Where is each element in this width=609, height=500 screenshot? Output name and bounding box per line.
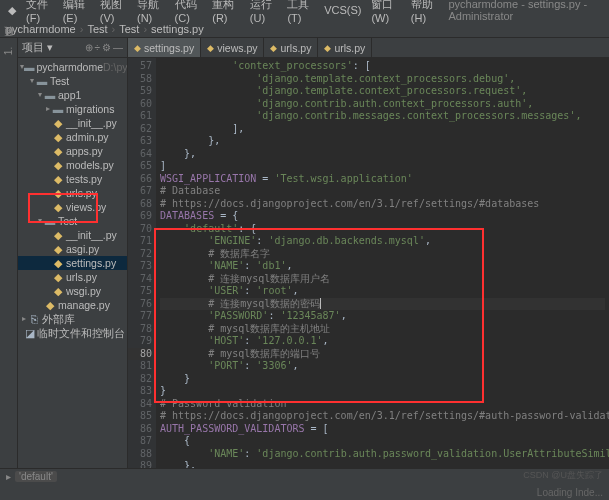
tree-item[interactable]: ◆manage.py [18,298,127,312]
project-panel-title[interactable]: 项目 ▾ [22,40,53,55]
tree-item[interactable]: ◆asgi.py [18,242,127,256]
tree-item[interactable]: ▾▬Test [18,74,127,88]
menu-item[interactable]: 文件(F) [22,0,57,24]
tree-item[interactable]: ▸⎘外部库 [18,312,127,326]
menu-item[interactable]: 窗口(W) [367,0,404,24]
tree-item[interactable]: ▾▬pycharmdome D:\pycharmdome [18,60,127,74]
tree-item[interactable]: ◆views.py [18,200,127,214]
tree-item[interactable]: ▸▬migrations [18,102,127,116]
tree-item[interactable]: ◆__init__.py [18,116,127,130]
watermark: CSDN @U盘失踪了 [523,469,603,482]
menu-item[interactable]: 帮助(H) [407,0,443,24]
panel-header-icon[interactable]: ÷ [95,42,101,53]
breadcrumb-part[interactable]: pycharmdome [6,23,76,35]
python-icon: ◆ [207,43,214,53]
project-sidebar: 项目 ▾ ⊕÷⚙— ▾▬pycharmdome D:\pycharmdome▾▬… [18,38,128,468]
project-tree[interactable]: ▾▬pycharmdome D:\pycharmdome▾▬Test▾▬app1… [18,58,127,342]
panel-header-icon[interactable]: — [113,42,123,53]
tree-item[interactable]: ▾▬app1 [18,88,127,102]
code-content[interactable]: 'context_processors': [ 'django.template… [156,58,609,468]
menu-item[interactable]: 导航(N) [133,0,169,24]
tree-item[interactable]: ◆tests.py [18,172,127,186]
project-tool-button[interactable]: 1. 项目 [2,42,16,57]
editor-tab[interactable]: ◆views.py [201,38,264,57]
tree-item[interactable]: ◆settings.py [18,256,127,270]
python-icon: ◆ [134,43,141,53]
editor-tabs[interactable]: ◆settings.py◆views.py◆urls.py◆urls.py [128,38,609,58]
left-tool-strip[interactable]: 1. 项目 [0,38,18,468]
app-icon: ◆ [4,4,20,17]
tree-item[interactable]: ◆apps.py [18,144,127,158]
menu-item[interactable]: 运行(U) [246,0,282,24]
editor-tab[interactable]: ◆urls.py [318,38,372,57]
panel-header-icon[interactable]: ⊕ [85,42,93,53]
menu-item[interactable]: 重构(R) [208,0,244,24]
tree-item[interactable]: ▾▬Test [18,214,127,228]
menu-item[interactable]: 代码(C) [171,0,207,24]
breadcrumb-part[interactable]: Test [87,23,107,35]
window-title: pycharmdome - settings.py - Administrato… [444,0,605,22]
tree-item[interactable]: ◆urls.py [18,186,127,200]
breadcrumb-part[interactable]: settings.py [151,23,204,35]
python-icon: ◆ [270,43,277,53]
tree-item[interactable]: ◆wsgi.py [18,284,127,298]
menu-item[interactable]: 编辑(E) [59,0,94,24]
editor-tab[interactable]: ◆settings.py [128,38,201,57]
tree-item[interactable]: ◆urls.py [18,270,127,284]
gutter: 5758596061626364656667686970717273747576… [128,58,156,468]
editor-breadcrumb: ▸'default' [0,468,609,484]
menu-item[interactable]: 视图(V) [96,0,131,24]
tree-item[interactable]: ◪临时文件和控制台 [18,326,127,340]
python-icon: ◆ [324,43,331,53]
breadcrumb-part[interactable]: Test [119,23,139,35]
editor-tab[interactable]: ◆urls.py [264,38,318,57]
tree-item[interactable]: ◆models.py [18,158,127,172]
tree-item[interactable]: ◆admin.py [18,130,127,144]
status-bar: Loading Inde... [0,484,609,500]
menu-bar: ◆ 文件(F)编辑(E)视图(V)导航(N)代码(C)重构(R)运行(U)工具(… [0,0,609,20]
code-editor[interactable]: 5758596061626364656667686970717273747576… [128,58,609,468]
panel-header-icon[interactable]: ⚙ [102,42,111,53]
menu-item[interactable]: 工具(T) [283,0,318,24]
menu-item[interactable]: VCS(S) [320,4,365,16]
tree-item[interactable]: ◆__init__.py [18,228,127,242]
